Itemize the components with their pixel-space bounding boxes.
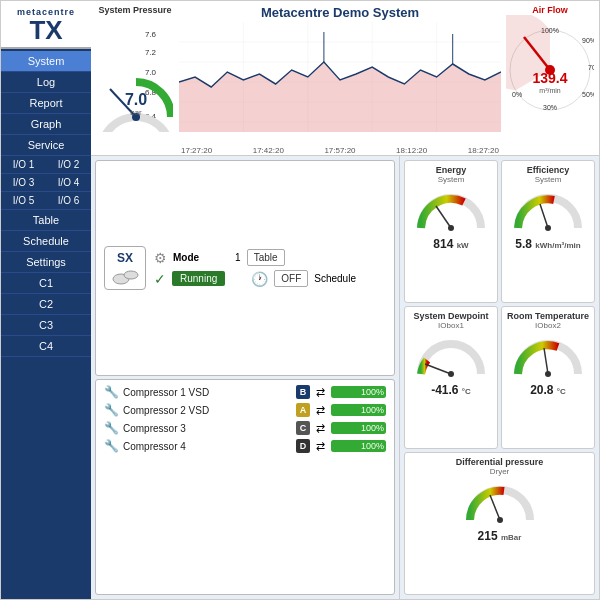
comp1-badge: B	[296, 385, 310, 399]
comp4-icon: 🔧	[104, 439, 119, 453]
comp2-pct: 100%	[361, 404, 384, 416]
energy-title: Energy	[436, 165, 467, 175]
comp2-arrows: ⇄	[316, 404, 325, 417]
sidebar-item-c3[interactable]: C3	[1, 315, 91, 336]
sidebar-item-service[interactable]: Service	[1, 135, 91, 156]
sx-text: SX	[117, 251, 133, 265]
comp1-pct: 100%	[361, 386, 384, 398]
sidebar-item-graph[interactable]: Graph	[1, 114, 91, 135]
efficiency-title: Efficiency	[527, 165, 570, 175]
sidebar-item-report[interactable]: Report	[1, 93, 91, 114]
svg-point-42	[545, 371, 551, 377]
comp4-pct: 100%	[361, 440, 384, 452]
logo-area: metacentre TX	[1, 1, 91, 49]
running-row: ✓ Running 🕐 OFF Schedule	[154, 270, 356, 287]
diff-pressure-value: 215 mBar	[478, 529, 522, 543]
main-content: System Pressure 7.6 7.2 7.0 6.8 6.4	[91, 1, 599, 599]
comp3-progress: 100%	[331, 422, 386, 434]
sidebar-item-c2[interactable]: C2	[1, 294, 91, 315]
metrics-grid: Energy System	[400, 156, 599, 599]
sidebar-item-io3[interactable]: I/O 3	[1, 174, 46, 192]
dewpoint-title: System Dewpoint	[413, 311, 488, 321]
compressor-row-1: 🔧 Compressor 1 VSD B ⇄ 100%	[104, 385, 386, 399]
mode-row: ⚙ Mode 1 Table	[154, 249, 356, 266]
diff-pressure-gauge-svg	[460, 480, 540, 525]
table-button[interactable]: Table	[247, 249, 285, 266]
svg-text:7.0: 7.0	[144, 68, 156, 77]
svg-point-36	[448, 225, 454, 231]
comp2-progress: 100%	[331, 404, 386, 416]
svg-point-38	[545, 225, 551, 231]
sidebar-item-io4[interactable]: I/O 4	[46, 174, 91, 192]
logo-tx: TX	[29, 17, 62, 43]
comp3-arrows: ⇄	[316, 422, 325, 435]
efficiency-value: 5.8 kWh/m³/min	[515, 237, 580, 251]
room-temp-gauge-svg	[508, 334, 588, 379]
comp1-arrows: ⇄	[316, 386, 325, 399]
svg-line-43	[490, 495, 500, 520]
sidebar-item-io2[interactable]: I/O 2	[46, 156, 91, 174]
sx-icon: SX	[104, 246, 146, 290]
time-axis: 17:27:20 17:42:20 17:57:20 18:12:20 18:2…	[179, 146, 501, 155]
time-1: 17:27:20	[181, 146, 212, 155]
comp3-pct: 100%	[361, 422, 384, 434]
sidebar-item-table[interactable]: Table	[1, 210, 91, 231]
efficiency-subtitle: System	[535, 175, 562, 184]
chart-title: Metacentre Demo System	[261, 5, 419, 20]
sidebar-item-c4[interactable]: C4	[1, 336, 91, 357]
compressors-panel: 🔧 Compressor 1 VSD B ⇄ 100% 🔧 Compressor…	[95, 379, 395, 595]
schedule-label: Schedule	[314, 273, 356, 284]
clock-icon: 🕐	[251, 271, 268, 287]
comp1-icon: 🔧	[104, 385, 119, 399]
compressor-row-4: 🔧 Compressor 4 D ⇄ 100%	[104, 439, 386, 453]
svg-point-40	[448, 371, 454, 377]
check-icon: ✓	[154, 271, 166, 287]
sidebar-item-c1[interactable]: C1	[1, 273, 91, 294]
svg-text:7.0: 7.0	[124, 91, 146, 108]
time-5: 18:27:20	[468, 146, 499, 155]
running-button[interactable]: Running	[172, 271, 225, 286]
svg-line-37	[540, 204, 548, 228]
comp4-progress: 100%	[331, 440, 386, 452]
energy-gauge-svg	[411, 188, 491, 233]
sidebar-item-io6[interactable]: I/O 6	[46, 192, 91, 210]
svg-line-39	[425, 364, 451, 374]
comp1-name: Compressor 1 VSD	[123, 387, 292, 398]
dewpoint-value: -41.6 °C	[431, 383, 471, 397]
svg-line-35	[436, 206, 451, 228]
left-panels: SX ⚙ Mode 1 Table	[91, 156, 399, 599]
sidebar-item-system[interactable]: System	[1, 51, 91, 72]
sidebar-item-log[interactable]: Log	[1, 72, 91, 93]
main-chart-svg	[179, 22, 501, 142]
svg-text:30%: 30%	[543, 104, 557, 111]
svg-line-41	[544, 348, 548, 374]
sidebar-nav: System Log Report Graph Service I/O 1 I/…	[1, 51, 91, 357]
table-num: 1	[235, 252, 241, 263]
sidebar-item-io1[interactable]: I/O 1	[1, 156, 46, 174]
sidebar-item-schedule[interactable]: Schedule	[1, 231, 91, 252]
sidebar-item-io5[interactable]: I/O 5	[1, 192, 46, 210]
sidebar-item-settings[interactable]: Settings	[1, 252, 91, 273]
airflow-gauge: Air Flow 100% 90% 70% 50% 30% 0%	[505, 5, 595, 151]
dewpoint-subtitle: IObox1	[438, 321, 464, 330]
chart-area: 17:27:20 17:42:20 17:57:20 18:12:20 18:2…	[179, 22, 501, 155]
svg-text:0%: 0%	[512, 91, 522, 98]
svg-text:139.4: 139.4	[532, 70, 567, 86]
mode-label: Mode	[173, 252, 199, 263]
compressor-row-3: 🔧 Compressor 3 C ⇄ 100%	[104, 421, 386, 435]
room-temp-value: 20.8 °C	[530, 383, 566, 397]
comp3-badge: C	[296, 421, 310, 435]
svg-text:90%: 90%	[582, 37, 594, 44]
metric-dewpoint: System Dewpoint IObox1	[404, 306, 498, 449]
off-button[interactable]: OFF	[274, 270, 308, 287]
svg-text:7.2: 7.2	[144, 48, 156, 57]
mode-controls: ⚙ Mode 1 Table ✓ Running 🕐 OFF Schedule	[154, 249, 356, 287]
metric-efficiency: Efficiency System	[501, 160, 595, 303]
svg-point-44	[497, 517, 503, 523]
diff-pressure-title: Differential pressure	[456, 457, 544, 467]
sidebar: metacentre TX System Log Report Graph Se…	[1, 1, 91, 599]
diff-pressure-subtitle: Dryer	[490, 467, 510, 476]
svg-text:m³/min: m³/min	[539, 87, 560, 94]
comp3-icon: 🔧	[104, 421, 119, 435]
energy-value: 814 kW	[433, 237, 468, 251]
